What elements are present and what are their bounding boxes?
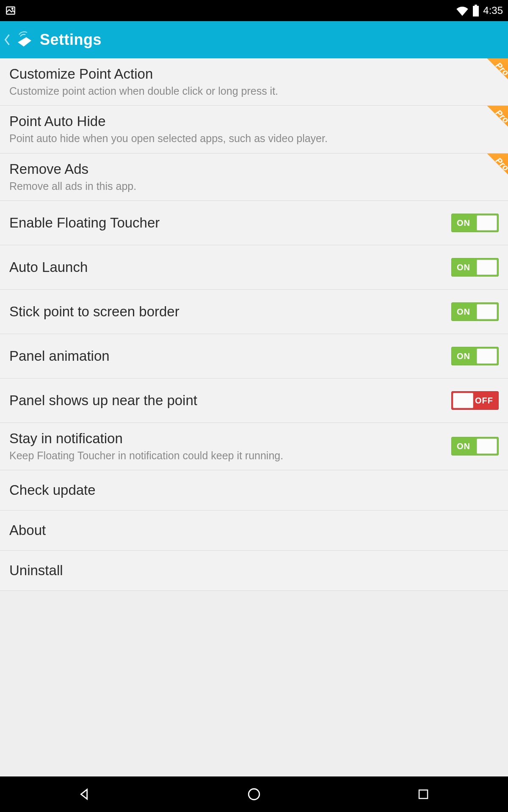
row-title: About [9, 522, 46, 538]
row-check-update[interactable]: Check update [0, 470, 508, 510]
row-title: Panel shows up near the point [9, 392, 443, 409]
row-title: Customize Point Action [9, 66, 499, 82]
app-logo-icon [15, 30, 36, 50]
row-subtitle: Keep Floating Toucher in notification co… [9, 449, 443, 462]
row-uninstall[interactable]: Uninstall [0, 551, 508, 591]
app-bar: Settings [0, 21, 508, 58]
svg-point-1 [12, 8, 13, 9]
row-stick-point-to-border[interactable]: Stick point to screen border ON [0, 290, 508, 334]
nav-home-button[interactable] [216, 779, 292, 809]
toggle-enable-floating-toucher[interactable]: ON [451, 214, 499, 232]
status-time: 4:35 [483, 5, 503, 16]
toggle-stick-point-to-border[interactable]: ON [451, 302, 499, 321]
row-enable-floating-toucher[interactable]: Enable Floating Toucher ON [0, 201, 508, 245]
wifi-icon [456, 5, 469, 16]
row-remove-ads[interactable]: Remove Ads Remove all ads in this app. P… [0, 154, 508, 201]
nav-back-button[interactable] [47, 779, 123, 809]
row-auto-launch[interactable]: Auto Launch ON [0, 245, 508, 290]
svg-rect-2 [475, 5, 477, 6]
row-title: Point Auto Hide [9, 113, 499, 129]
toggle-panel-animation[interactable]: ON [451, 347, 499, 365]
row-title: Auto Launch [9, 259, 443, 275]
row-title: Uninstall [9, 562, 63, 579]
row-title: Enable Floating Toucher [9, 215, 443, 231]
row-title: Check update [9, 482, 96, 498]
battery-icon [472, 5, 480, 16]
nav-recents-button[interactable] [385, 779, 461, 809]
row-panel-near-point[interactable]: Panel shows up near the point OFF [0, 379, 508, 423]
picture-icon [5, 5, 16, 16]
toggle-panel-near-point[interactable]: OFF [451, 391, 499, 410]
toggle-auto-launch[interactable]: ON [451, 258, 499, 277]
row-point-auto-hide[interactable]: Point Auto Hide Point auto hide when you… [0, 106, 508, 153]
navigation-bar [0, 776, 508, 812]
row-subtitle: Customize point action when double click… [9, 85, 499, 98]
svg-rect-5 [419, 790, 428, 798]
status-bar: 4:35 [0, 0, 508, 21]
page-title: Settings [40, 31, 102, 49]
row-title: Remove Ads [9, 161, 499, 177]
row-title: Panel animation [9, 348, 443, 364]
row-subtitle: Point auto hide when you open selected a… [9, 132, 499, 145]
settings-list: Customize Point Action Customize point a… [0, 58, 508, 812]
svg-point-4 [248, 789, 260, 800]
back-button[interactable] [3, 33, 11, 46]
row-customize-point-action[interactable]: Customize Point Action Customize point a… [0, 58, 508, 106]
row-stay-in-notification[interactable]: Stay in notification Keep Floating Touch… [0, 423, 508, 470]
svg-rect-3 [473, 6, 479, 16]
row-panel-animation[interactable]: Panel animation ON [0, 334, 508, 379]
row-title: Stick point to screen border [9, 304, 443, 320]
row-title: Stay in notification [9, 431, 443, 447]
row-subtitle: Remove all ads in this app. [9, 180, 499, 193]
row-about[interactable]: About [0, 510, 508, 551]
toggle-stay-in-notification[interactable]: ON [451, 437, 499, 455]
